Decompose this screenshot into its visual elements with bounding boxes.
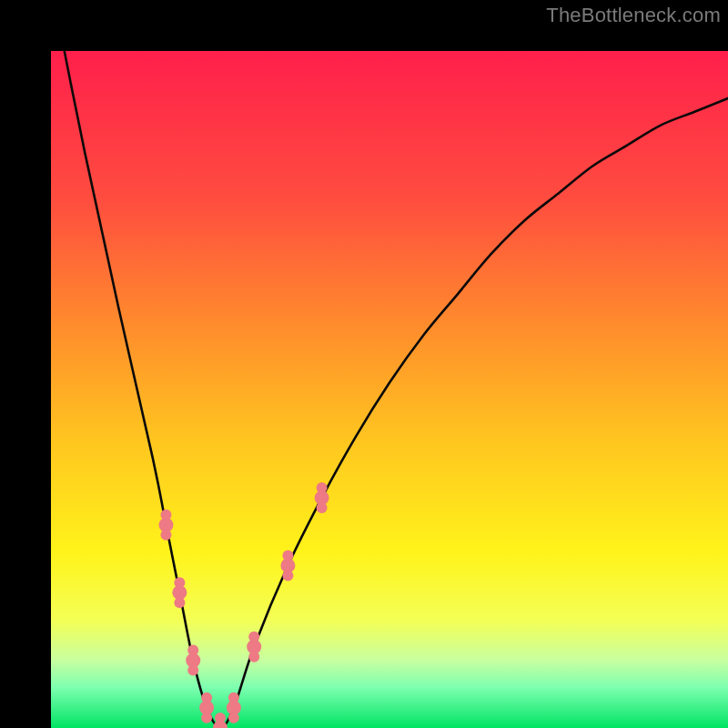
chart-frame xyxy=(0,0,728,728)
curve-marker xyxy=(215,713,226,723)
plot-area xyxy=(51,51,728,728)
curve-marker xyxy=(201,713,212,723)
curve-marker xyxy=(228,713,239,723)
curve-marker xyxy=(248,632,259,642)
curve-marker xyxy=(174,577,185,588)
curve-marker xyxy=(282,550,293,561)
curve-marker xyxy=(228,693,239,703)
chart-svg xyxy=(51,51,728,728)
curve-marker xyxy=(282,570,293,581)
curve-marker xyxy=(201,693,212,703)
curve-marker xyxy=(317,502,328,513)
curve-marker xyxy=(317,482,328,493)
bottleneck-curve-line xyxy=(51,51,728,728)
curve-marker xyxy=(187,645,198,656)
curve-marker xyxy=(160,510,171,521)
bottleneck-curve-markers xyxy=(158,482,329,728)
curve-marker xyxy=(248,652,259,662)
curve-marker xyxy=(160,530,171,541)
curve-marker xyxy=(187,665,198,676)
watermark-label: TheBottleneck.com xyxy=(546,4,721,27)
curve-marker xyxy=(174,597,185,608)
